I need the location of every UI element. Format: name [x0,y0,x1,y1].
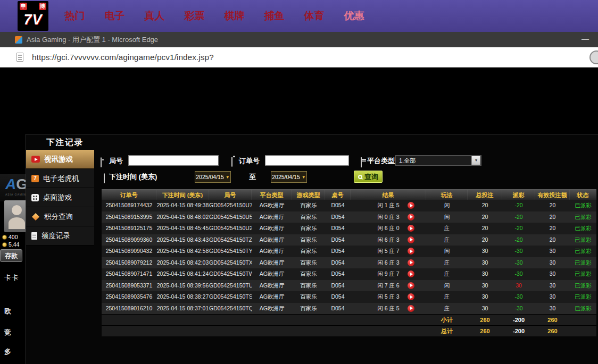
search-button[interactable]: 查询 [354,171,383,183]
tag-icon [101,157,102,167]
col-header-total-bet: 总投注 [468,190,502,200]
play-video-button[interactable] [408,248,414,255]
cell-order-no: 250415089071471 [102,268,156,280]
browser-address-bar: https://gci.7vvvvvv.com/agingame/pcv1/in… [0,47,598,67]
cell-round-no: GD054254150TX [209,257,252,269]
col-header-valid-bet: 有效投注额 [535,190,570,200]
cell-bet-type: 庄 [426,223,468,234]
cell-total-bet: 20 [468,234,502,246]
date-from-select[interactable]: 2025/04/15 ▼ [195,171,231,183]
minimize-button[interactable]: — [577,32,594,47]
col-header-order: 订单号 [102,190,156,200]
round-number-input[interactable] [128,155,219,166]
nav-item-hot[interactable]: 热门 [55,0,95,32]
balance-row-2: 5.44 [2,241,19,248]
platform-type-label: 平台类型 [367,156,395,166]
subtotal-total-bet: 260 [468,315,502,325]
table-header-row: 订单号 下注时间 (美东) 局号 平台类型 游戏类型 桌号 结果 玩法 总投注 … [102,189,596,200]
play-video-button[interactable] [408,225,414,232]
grand-total-label: 总计 [426,326,468,336]
play-video-button[interactable] [408,293,414,300]
cell-platform: AG欧洲厅 [252,200,292,211]
subtotal-row: 小计 260 -200 260 [102,314,596,325]
cell-status: 已派彩 [570,223,596,234]
cell-table-no: D054 [325,268,351,280]
play-video-button[interactable] [408,202,414,209]
nav-item-live[interactable]: 真人 [135,0,175,32]
play-video-button[interactable] [408,270,414,277]
cell-game-type: 百家乐 [292,303,325,315]
coin-icon [2,235,7,240]
order-number-input[interactable] [265,155,349,166]
table-row: 250415089125175 2025-04-15 08:45:45 GD05… [102,223,596,234]
cell-status: 已派彩 [570,280,596,292]
result-text: 闲 5 庄 3 [351,291,426,303]
date-to-select[interactable]: 2025/04/15 ▼ [271,171,307,183]
platform-type-select[interactable]: 1.全部 ▼ [395,155,481,166]
cell-bet-type: 庄 [426,303,468,315]
cell-bet-time: 2025-04-15 08:48:02 [156,211,209,223]
nav-item-board[interactable]: 棋牌 [214,0,254,32]
page-info-icon[interactable] [16,53,23,62]
deposit-button[interactable]: 存款 [0,249,22,262]
result-text: 闲 1 庄 5 [351,200,426,211]
sidebar-item-jing[interactable]: 竞 [4,328,11,337]
cell-round-no: GD054254150TU [209,280,252,292]
chevron-down-icon[interactable]: ▼ [471,156,480,165]
play-video-button[interactable] [408,214,414,221]
nav-item-promo[interactable]: 优惠 [334,0,374,32]
nav-item-lottery[interactable]: 彩票 [175,0,214,32]
cell-game-type: 百家乐 [292,223,325,234]
cell-bet-time: 2025-04-15 08:49:38 [156,200,209,211]
table-row: 250415089153995 2025-04-15 08:48:02 GD05… [102,211,596,223]
url-text[interactable]: https://gci.7vvvvvv.com/agingame/pcv1/in… [32,47,214,67]
sidebar-item-duo[interactable]: 多 [4,347,11,357]
cell-order-no: 250415089153995 [102,211,156,223]
nav-item-fishing[interactable]: 捕鱼 [254,0,294,32]
play-video-button[interactable] [408,236,414,243]
cell-table-no: D054 [325,234,351,246]
menu-item-credit-records[interactable]: 额度记录 [26,226,94,246]
grand-total-valid-bet: 260 [535,326,570,336]
cell-bet-type: 庄 [426,234,468,246]
cell-valid-bet: 20 [535,223,570,234]
screen: 申 博 7V 热门 电子 真人 彩票 棋牌 捕鱼 体育 优惠 Asia Gami… [0,0,598,364]
nav-item-sports[interactable]: 体育 [294,0,334,32]
window-title: Asia Gaming - 用户配置 1 - Microsoft Edge [27,32,158,47]
site-top-nav: 申 博 7V 热门 电子 真人 彩票 棋牌 捕鱼 体育 优惠 [0,0,598,32]
menu-item-points-query[interactable]: 积分查询 [26,207,94,226]
menu-item-live-games[interactable]: 视讯游戏 [26,150,94,169]
cell-platform: AG欧洲厅 [252,268,292,280]
panel-side-menu: 视讯游戏 7 电子老虎机 桌面游戏 积分查询 额度记录 [26,150,94,246]
play-video-button[interactable] [408,259,414,266]
nav-item-slots[interactable]: 电子 [95,0,135,32]
menu-item-table-games[interactable]: 桌面游戏 [26,188,94,207]
cell-table-no: D054 [325,291,351,303]
cell-game-type: 百家乐 [292,211,325,223]
col-header-result: 结果 [351,190,426,200]
cell-bet-type: 庄 [426,268,468,280]
col-header-table-no: 桌号 [325,190,351,200]
table-row: 250415089053371 2025-04-15 08:39:56 GD05… [102,280,596,292]
cell-payout: -30 [502,303,535,315]
play-video-button[interactable] [408,305,414,312]
cell-table-no: D054 [325,200,351,211]
site-logo[interactable]: 申 博 7V [18,1,48,31]
cell-round-no: GD054254150U2 [209,223,252,234]
cell-result: 闲 5 庄 7 [351,246,426,257]
site-nav-items: 热门 电子 真人 彩票 棋牌 捕鱼 体育 优惠 [55,0,374,32]
cell-status: 已派彩 [570,303,596,315]
date-to-value: 2025/04/15 [272,174,300,180]
sidebar-item-europe[interactable]: 欧 [4,307,11,316]
diamond-icon [32,213,39,220]
urlbar-right-icon[interactable] [589,50,598,64]
play-video-button[interactable] [408,282,414,289]
col-header-payout: 派彩 [502,190,535,200]
date-range-to-label: 至 [249,172,256,182]
cell-bet-type: 闲 [426,211,468,223]
grand-total-payout: -200 [502,326,535,336]
cell-total-bet: 30 [468,280,502,292]
cell-valid-bet: 30 [535,303,570,315]
menu-item-slot-machines[interactable]: 7 电子老虎机 [26,169,94,188]
ag-logo-a: A [5,176,16,192]
